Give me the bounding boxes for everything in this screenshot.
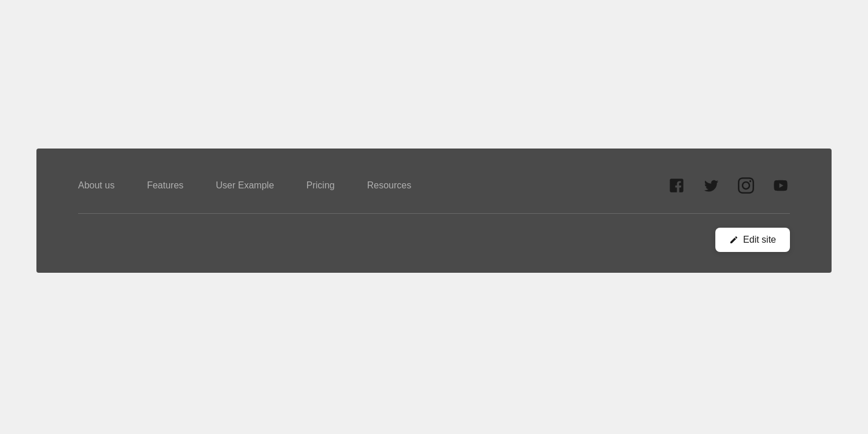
- instagram-icon[interactable]: [737, 176, 755, 195]
- pencil-icon: [729, 235, 738, 244]
- footer: About us Features User Example Pricing R…: [36, 149, 832, 273]
- youtube-icon[interactable]: [771, 176, 790, 195]
- footer-top: About us Features User Example Pricing R…: [78, 149, 790, 213]
- nav-link-about-us[interactable]: About us: [78, 180, 114, 191]
- page-wrapper: About us Features User Example Pricing R…: [0, 0, 868, 434]
- footer-nav: About us Features User Example Pricing R…: [78, 180, 411, 191]
- footer-bottom: Edit site: [78, 214, 790, 273]
- nav-link-features[interactable]: Features: [147, 180, 183, 191]
- nav-link-pricing[interactable]: Pricing: [306, 180, 335, 191]
- edit-site-label: Edit site: [743, 235, 776, 245]
- facebook-icon[interactable]: [667, 176, 686, 195]
- nav-link-resources[interactable]: Resources: [367, 180, 411, 191]
- edit-site-button[interactable]: Edit site: [715, 228, 790, 252]
- footer-social: [667, 176, 790, 195]
- nav-link-user-example[interactable]: User Example: [216, 180, 274, 191]
- twitter-icon[interactable]: [702, 176, 721, 195]
